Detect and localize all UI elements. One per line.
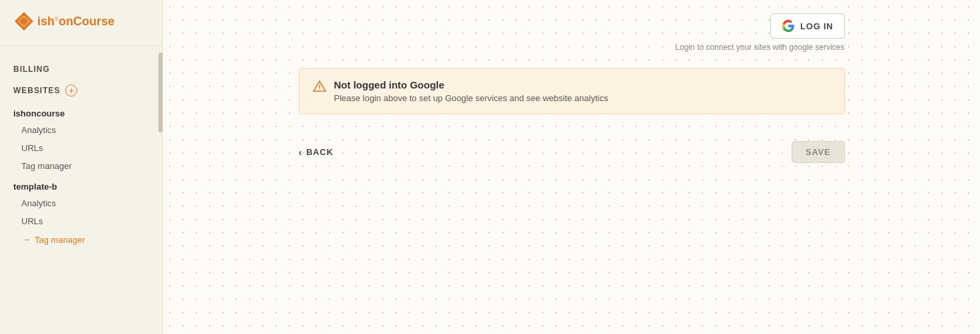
site-2-analytics[interactable]: Analytics — [0, 194, 162, 212]
back-button[interactable]: ‹ BACK — [299, 147, 334, 158]
site-2-name: template-b — [0, 175, 162, 194]
back-label: BACK — [306, 147, 334, 157]
sidebar-nav: BILLING WEBSITES + ishoncourse Analytics… — [0, 46, 162, 334]
google-login-area: LOG IN Login to connect your sites with … — [299, 13, 845, 52]
site-1-tag-manager[interactable]: Tag manager — [0, 157, 162, 175]
warning-triangle-icon — [313, 80, 326, 96]
logo-area: ish®onCourse — [0, 0, 162, 46]
add-website-button[interactable]: + — [65, 84, 77, 96]
login-subtext: Login to connect your sites with google … — [675, 43, 844, 52]
warning-content: Not logged into Google Please login abov… — [334, 79, 609, 103]
warning-message: Please login above to set up Google serv… — [334, 93, 609, 103]
logo-text: ish®onCourse — [37, 15, 115, 29]
websites-label: WEBSITES — [13, 86, 60, 95]
main-content: LOG IN Login to connect your sites with … — [163, 0, 980, 334]
scrollbar-thumb[interactable] — [158, 53, 162, 132]
back-chevron-icon: ‹ — [299, 147, 302, 158]
billing-section-header[interactable]: BILLING — [0, 59, 162, 79]
site-2-tag-manager[interactable]: Tag manager — [0, 230, 162, 249]
site-1-name: ishoncourse — [0, 102, 162, 121]
logo-diamond-icon — [13, 11, 35, 32]
site-1-analytics[interactable]: Analytics — [0, 121, 162, 139]
websites-header: WEBSITES + — [0, 79, 162, 102]
warning-box: Not logged into Google Please login abov… — [299, 68, 845, 114]
save-button[interactable]: SAVE — [792, 141, 845, 163]
google-login-button[interactable]: LOG IN — [770, 13, 844, 39]
sidebar: ish®onCourse BILLING WEBSITES + ishoncou… — [0, 0, 163, 334]
svg-point-3 — [319, 89, 320, 90]
bottom-bar: ‹ BACK SAVE — [299, 136, 845, 168]
warning-title: Not logged into Google — [334, 79, 609, 90]
site-2-urls[interactable]: URLs — [0, 212, 162, 230]
login-button-label: LOG IN — [800, 21, 833, 31]
site-1-urls[interactable]: URLs — [0, 139, 162, 157]
google-g-icon — [782, 19, 795, 33]
